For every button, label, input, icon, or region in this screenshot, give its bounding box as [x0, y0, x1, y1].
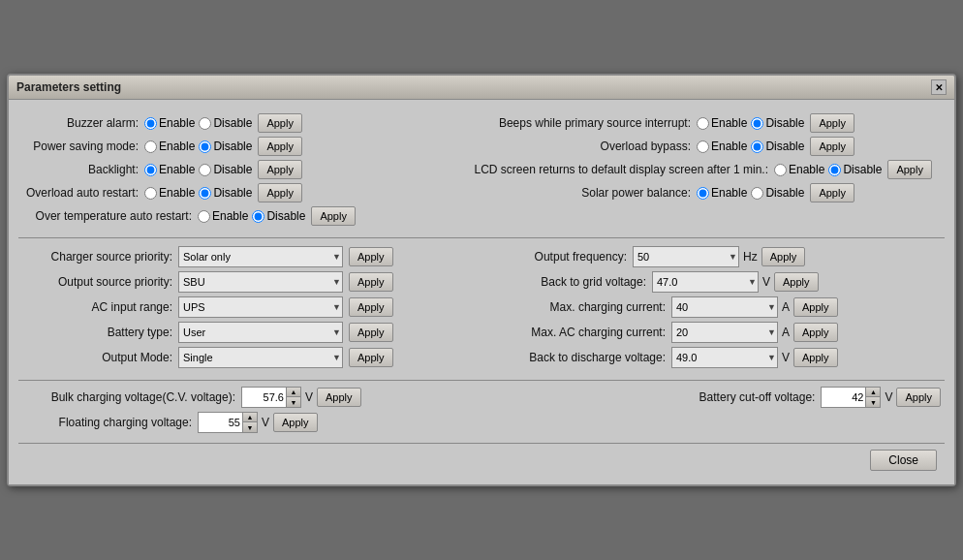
- backlight-label: Backlight:: [22, 163, 139, 176]
- buzzer-enable-option[interactable]: Enable: [144, 116, 195, 130]
- lcd-enable-radio[interactable]: [774, 164, 787, 176]
- backlight-enable-option[interactable]: Enable: [144, 163, 195, 176]
- overload-enable-option[interactable]: Enable: [144, 186, 195, 200]
- beeps-enable-radio[interactable]: [697, 117, 709, 130]
- output-freq-unit: Hz: [743, 250, 758, 264]
- output-mode-select[interactable]: Single Parallel Phase 1 of 3 Phase 2 of …: [178, 347, 343, 368]
- bypass-enable-radio[interactable]: [697, 140, 709, 153]
- solar-enable-option[interactable]: Enable: [697, 186, 747, 200]
- cutoff-voltage-input[interactable]: [822, 388, 865, 407]
- bypass-enable-option[interactable]: Enable: [697, 140, 747, 153]
- lcd-disable-radio[interactable]: [828, 164, 841, 176]
- max-charge-apply[interactable]: Apply: [793, 297, 838, 317]
- grid-voltage-apply[interactable]: Apply: [774, 272, 819, 292]
- max-ac-charge-apply[interactable]: Apply: [793, 323, 838, 342]
- lcd-disable-option[interactable]: Disable: [828, 163, 882, 176]
- floating-spinner: ▲ ▼: [198, 412, 258, 433]
- dd-left-4: Battery type: AGM Flooded User Apply: [22, 322, 482, 343]
- buzzer-disable-option[interactable]: Disable: [199, 116, 252, 130]
- max-charge-label: Max. charging current:: [501, 300, 666, 314]
- buzzer-apply-button[interactable]: Apply: [258, 113, 302, 133]
- solar-disable-option[interactable]: Disable: [751, 186, 804, 200]
- discharge-voltage-select[interactable]: 44.0 45.0 46.0 47.0 48.0 49.0 50.0: [671, 347, 778, 368]
- floating-down[interactable]: ▼: [243, 422, 257, 432]
- right-group-lcd: LCD screen returns to default display sc…: [468, 160, 941, 179]
- power-disable-option[interactable]: Disable: [199, 140, 252, 153]
- volt-row-2: Floating charging voltage: ▲ ▼ V Apply: [22, 412, 941, 433]
- temp-restart-label: Over temperature auto restart:: [22, 209, 192, 223]
- right-group-overload-bypass: Overload bypass: Enable Disable Apply: [468, 137, 941, 156]
- radio-section: Buzzer alarm: Enable Disable Apply Beeps…: [18, 108, 945, 238]
- charger-priority-apply[interactable]: Apply: [349, 247, 393, 266]
- backlight-enable-radio[interactable]: [144, 164, 157, 176]
- max-charge-wrapper: 10 20 30 40 50 60: [671, 296, 778, 318]
- bulk-charging-apply[interactable]: Apply: [317, 388, 361, 407]
- lcd-enable-option[interactable]: Enable: [774, 163, 824, 176]
- floating-up[interactable]: ▲: [243, 413, 257, 422]
- bulk-charging-input[interactable]: [242, 388, 286, 407]
- beeps-apply-button[interactable]: Apply: [810, 113, 854, 133]
- left-group-backlight: Backlight: Enable Disable Apply: [22, 160, 468, 179]
- power-disable-radio[interactable]: [199, 140, 211, 153]
- output-freq-apply[interactable]: Apply: [761, 247, 806, 266]
- charger-priority-select[interactable]: Solar only Solar + Utility Solar only (w…: [178, 246, 343, 267]
- output-freq-select[interactable]: 50 60: [633, 246, 739, 267]
- charger-priority-label: Charger source priority:: [22, 250, 172, 264]
- grid-voltage-select[interactable]: 44.0 45.0 46.0 47.0 48.0: [652, 271, 759, 293]
- close-button[interactable]: Close: [870, 450, 937, 471]
- bulk-charging-down[interactable]: ▼: [287, 397, 300, 407]
- power-apply-button[interactable]: Apply: [258, 137, 302, 156]
- buzzer-enable-radio[interactable]: [144, 117, 157, 130]
- floating-apply[interactable]: Apply: [273, 413, 318, 432]
- overload-restart-radio: Enable Disable: [144, 186, 252, 200]
- max-ac-charge-wrapper: 2 10 20 30: [671, 322, 778, 343]
- ac-input-select[interactable]: UPS Appliance: [178, 296, 343, 318]
- output-priority-select[interactable]: SBU Utility Solar: [178, 271, 343, 293]
- overload-disable-radio[interactable]: [199, 187, 211, 200]
- power-enable-option[interactable]: Enable: [144, 140, 195, 153]
- title-close-button[interactable]: ✕: [931, 79, 947, 95]
- cutoff-voltage-down[interactable]: ▼: [866, 397, 880, 407]
- buzzer-disable-radio[interactable]: [199, 117, 211, 130]
- solar-balance-apply-button[interactable]: Apply: [810, 183, 854, 202]
- overload-restart-apply-button[interactable]: Apply: [258, 183, 302, 202]
- power-enable-radio[interactable]: [144, 140, 157, 153]
- temp-disable-radio[interactable]: [252, 210, 264, 223]
- beeps-disable-option[interactable]: Disable: [751, 116, 804, 130]
- max-ac-charge-select[interactable]: 2 10 20 30: [671, 322, 778, 343]
- temp-enable-radio[interactable]: [198, 210, 210, 223]
- bypass-apply-button[interactable]: Apply: [810, 137, 854, 156]
- cutoff-voltage-apply[interactable]: Apply: [896, 388, 941, 407]
- overload-disable-option[interactable]: Disable: [199, 186, 252, 200]
- floating-input[interactable]: [199, 413, 242, 432]
- max-charge-select[interactable]: 10 20 30 40 50 60: [671, 296, 778, 318]
- solar-enable-radio[interactable]: [697, 187, 709, 200]
- output-mode-apply[interactable]: Apply: [349, 348, 393, 367]
- bypass-disable-radio[interactable]: [751, 140, 763, 153]
- temp-enable-option[interactable]: Enable: [198, 209, 248, 223]
- backlight-apply-button[interactable]: Apply: [258, 160, 302, 179]
- beeps-enable-option[interactable]: Enable: [697, 116, 747, 130]
- beeps-label: Beeps while primary source interrupt:: [468, 116, 691, 130]
- output-priority-apply[interactable]: Apply: [349, 272, 393, 292]
- backlight-disable-option[interactable]: Disable: [199, 163, 252, 176]
- solar-disable-radio[interactable]: [751, 187, 763, 200]
- backlight-radio: Enable Disable: [144, 163, 252, 176]
- bypass-disable-option[interactable]: Disable: [751, 140, 804, 153]
- output-freq-label: Output frequency:: [501, 250, 627, 264]
- battery-type-select[interactable]: AGM Flooded User: [178, 322, 343, 343]
- bulk-charging-up[interactable]: ▲: [287, 388, 300, 397]
- dd-row-2: Output source priority: SBU Utility Sola…: [22, 271, 941, 293]
- voltage-section: Bulk charging voltage(C.V. voltage): ▲ ▼…: [18, 381, 945, 443]
- discharge-voltage-apply[interactable]: Apply: [793, 348, 838, 367]
- backlight-disable-radio[interactable]: [199, 164, 211, 176]
- ac-input-apply[interactable]: Apply: [349, 297, 393, 317]
- battery-type-apply[interactable]: Apply: [349, 323, 393, 342]
- temp-disable-option[interactable]: Disable: [252, 209, 305, 223]
- beeps-disable-radio[interactable]: [751, 117, 763, 130]
- temp-restart-apply-button[interactable]: Apply: [311, 206, 356, 226]
- overload-enable-radio[interactable]: [144, 187, 157, 200]
- charger-priority-wrapper: Solar only Solar + Utility Solar only (w…: [178, 246, 343, 267]
- cutoff-voltage-up[interactable]: ▲: [866, 388, 880, 397]
- lcd-apply-button[interactable]: Apply: [887, 160, 932, 179]
